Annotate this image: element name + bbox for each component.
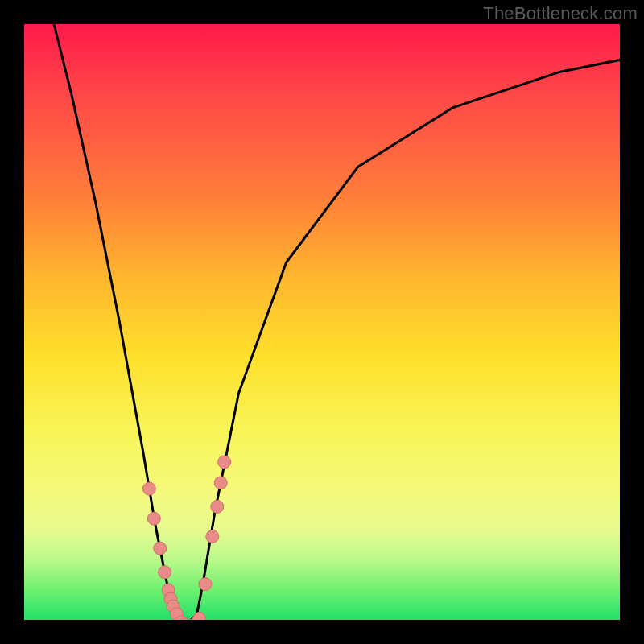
plot-area xyxy=(24,24,620,620)
data-marker xyxy=(218,456,231,469)
chart-frame: TheBottleneck.com xyxy=(0,0,644,644)
data-marker xyxy=(193,613,206,620)
data-marker xyxy=(214,477,227,489)
marker-layer xyxy=(142,456,230,620)
data-marker xyxy=(211,500,224,513)
data-marker xyxy=(159,566,171,579)
series-left-curve xyxy=(54,24,182,620)
data-marker xyxy=(199,578,212,591)
data-marker xyxy=(154,542,167,555)
data-marker xyxy=(142,482,155,495)
watermark-text: TheBottleneck.com xyxy=(483,3,638,24)
data-marker xyxy=(147,512,160,525)
data-marker xyxy=(206,530,219,543)
series-right-curve xyxy=(191,60,620,620)
chart-svg xyxy=(24,24,620,620)
curve-layer xyxy=(54,24,620,620)
